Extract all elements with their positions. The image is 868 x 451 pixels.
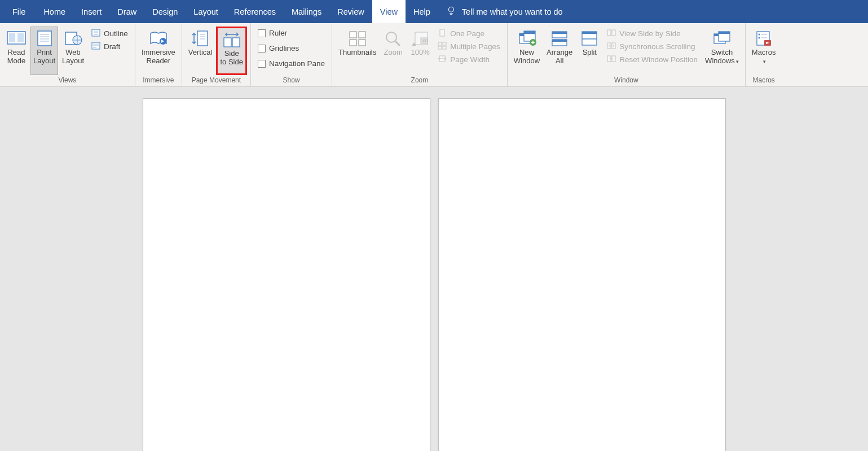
svg-rect-39 bbox=[443, 46, 446, 49]
side-to-side-icon bbox=[222, 30, 241, 49]
chevron-down-icon: ▾ bbox=[763, 59, 766, 64]
outline-button[interactable]: Outline bbox=[89, 28, 130, 40]
group-page-movement-label: Page Movement bbox=[186, 75, 247, 86]
synchronous-scrolling-button: Synchronous Scrolling bbox=[605, 41, 700, 52]
chevron-down-icon: ▾ bbox=[736, 59, 739, 64]
group-window-label: Window bbox=[511, 75, 742, 86]
arrange-all-button[interactable]: Arrange All bbox=[544, 27, 575, 75]
side-to-side-button[interactable]: Side to Side bbox=[216, 27, 246, 75]
print-layout-button[interactable]: Print Layout bbox=[30, 27, 58, 75]
document-page-2[interactable] bbox=[438, 98, 726, 451]
svg-rect-25 bbox=[232, 38, 240, 47]
zoom-icon bbox=[384, 29, 403, 47]
document-page-1[interactable] bbox=[143, 98, 430, 451]
thumbnails-button[interactable]: Thumbnails bbox=[336, 27, 379, 75]
svg-point-0 bbox=[448, 7, 453, 12]
web-layout-button[interactable]: Web Layout bbox=[59, 27, 87, 75]
svg-point-30 bbox=[386, 32, 396, 42]
one-page-label: One Page bbox=[450, 29, 484, 38]
synchronous-scrolling-label: Synchronous Scrolling bbox=[619, 42, 695, 51]
svg-rect-28 bbox=[350, 40, 356, 46]
menubar-tab-file[interactable]: File bbox=[2, 0, 36, 23]
menubar-tab-layout[interactable]: Layout bbox=[186, 0, 226, 23]
svg-rect-36 bbox=[438, 42, 442, 45]
svg-rect-27 bbox=[359, 32, 365, 38]
macros-icon bbox=[754, 29, 773, 47]
menubar-tab-references[interactable]: References bbox=[226, 0, 284, 23]
svg-rect-62 bbox=[719, 32, 730, 34]
new-window-icon bbox=[517, 29, 536, 47]
page-width-button: Page Width bbox=[435, 54, 503, 65]
svg-rect-51 bbox=[582, 32, 597, 34]
menubar-tab-insert[interactable]: Insert bbox=[73, 0, 109, 23]
group-immersive: Immersive Reader Immersive bbox=[135, 23, 182, 86]
menubar-tab-draw[interactable]: Draw bbox=[109, 0, 144, 23]
zoom-100-label: 100% bbox=[411, 49, 430, 57]
svg-rect-53 bbox=[607, 30, 611, 36]
svg-rect-29 bbox=[359, 40, 365, 46]
menubar-tab-design[interactable]: Design bbox=[144, 0, 186, 23]
reset-window-position-icon bbox=[607, 55, 616, 64]
tell-me-label: Tell me what you want to do bbox=[462, 7, 563, 16]
navigation-pane-label: Navigation Pane bbox=[269, 59, 325, 68]
group-show-label: Show bbox=[254, 75, 328, 86]
reset-window-position-label: Reset Window Position bbox=[619, 55, 698, 64]
view-side-by-side-button: View Side by Side bbox=[605, 28, 700, 40]
split-button[interactable]: Split bbox=[576, 27, 602, 75]
macros-button[interactable]: Macros▾ bbox=[749, 27, 779, 75]
immersive-reader-button[interactable]: Immersive Reader bbox=[139, 27, 178, 75]
menubar-tab-view[interactable]: View bbox=[372, 0, 406, 23]
svg-rect-47 bbox=[552, 32, 567, 34]
zoom-100-button: 100 100% bbox=[407, 27, 433, 75]
group-views: Read Mode Print Layout Web Layout Outlin… bbox=[0, 23, 135, 86]
split-label: Split bbox=[583, 49, 597, 57]
checkbox-icon bbox=[258, 45, 266, 52]
menubar-tab-mailings[interactable]: Mailings bbox=[284, 0, 329, 23]
ruler-checkbox[interactable]: Ruler bbox=[255, 28, 327, 38]
group-window: New Window Arrange All Split View Side b… bbox=[508, 23, 746, 86]
svg-rect-35 bbox=[440, 29, 444, 36]
svg-point-64 bbox=[759, 34, 760, 36]
menubar-tab-help[interactable]: Help bbox=[406, 0, 438, 23]
zoom-100-icon: 100 bbox=[411, 29, 430, 47]
vertical-button[interactable]: Vertical bbox=[186, 27, 215, 75]
gridlines-checkbox[interactable]: Gridlines bbox=[255, 43, 327, 54]
read-mode-button[interactable]: Read Mode bbox=[3, 27, 29, 75]
new-window-label: New Window bbox=[514, 49, 540, 65]
group-zoom: Thumbnails Zoom 100 100% One Page bbox=[332, 23, 508, 86]
immersive-reader-icon bbox=[149, 29, 168, 47]
vertical-icon bbox=[191, 29, 210, 47]
menubar: File Home Insert Draw Design Layout Refe… bbox=[0, 0, 868, 23]
arrange-all-label: Arrange All bbox=[547, 49, 572, 65]
svg-rect-38 bbox=[438, 46, 442, 49]
view-side-by-side-label: View Side by Side bbox=[619, 29, 681, 38]
new-window-button[interactable]: New Window bbox=[511, 27, 543, 75]
outline-label: Outline bbox=[104, 29, 128, 38]
switch-windows-button[interactable]: Switch Windows▾ bbox=[702, 27, 742, 75]
svg-line-31 bbox=[395, 41, 400, 46]
outline-icon bbox=[91, 29, 100, 38]
multiple-pages-button: Multiple Pages bbox=[435, 41, 503, 52]
navigation-pane-checkbox[interactable]: Navigation Pane bbox=[255, 58, 327, 69]
svg-rect-44 bbox=[524, 31, 535, 34]
svg-point-65 bbox=[759, 37, 760, 39]
checkbox-icon bbox=[258, 60, 266, 68]
web-layout-label: Web Layout bbox=[62, 49, 84, 65]
read-mode-icon bbox=[7, 29, 26, 47]
checkbox-icon bbox=[258, 29, 266, 37]
synchronous-scrolling-icon bbox=[607, 42, 616, 51]
switch-windows-label: Switch Windows▾ bbox=[705, 49, 739, 65]
svg-rect-24 bbox=[224, 38, 231, 47]
tell-me-search[interactable]: Tell me what you want to do bbox=[446, 6, 563, 17]
print-layout-icon bbox=[35, 29, 54, 47]
multiple-pages-label: Multiple Pages bbox=[450, 42, 500, 51]
side-to-side-label: Side to Side bbox=[220, 50, 243, 67]
menubar-tab-home[interactable]: Home bbox=[36, 0, 73, 23]
immersive-reader-label: Immersive Reader bbox=[142, 49, 175, 65]
menubar-tab-review[interactable]: Review bbox=[329, 0, 372, 23]
draft-button[interactable]: Draft bbox=[89, 41, 130, 52]
document-area[interactable] bbox=[0, 87, 868, 451]
view-side-by-side-icon bbox=[607, 29, 616, 38]
split-icon bbox=[580, 29, 599, 47]
print-layout-label: Print Layout bbox=[33, 49, 55, 65]
